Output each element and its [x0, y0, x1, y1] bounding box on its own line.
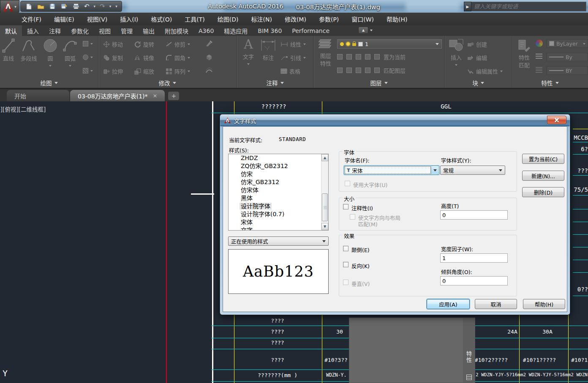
menu-item[interactable]: 插入(I): [114, 13, 144, 25]
redo-icon[interactable]: ↷: [100, 3, 105, 10]
layer-select-combo[interactable]: 1: [337, 39, 442, 49]
new-file-icon[interactable]: [25, 3, 33, 10]
line-button[interactable]: 直线: [0, 38, 17, 62]
oblique-angle-input[interactable]: [440, 276, 508, 285]
scrollbar-thumb[interactable]: [322, 193, 328, 221]
layer-unlock2-icon[interactable]: [365, 68, 370, 73]
font-name-combo[interactable]: T 宋体: [344, 166, 439, 175]
menu-item[interactable]: 格式(O): [144, 13, 178, 25]
ribbon-collapse-control[interactable]: ▲: [358, 27, 373, 34]
save-as-icon[interactable]: [60, 3, 68, 10]
cancel-button[interactable]: 取消: [475, 299, 517, 309]
text-button[interactable]: A 文字: [239, 38, 258, 66]
match-orientation-checkbox[interactable]: [350, 214, 355, 220]
use-big-font-checkbox[interactable]: [345, 181, 350, 186]
insert-block-button[interactable]: 插入: [447, 38, 466, 67]
properties-panel-label[interactable]: 特性: [512, 79, 588, 87]
hatch-button[interactable]: [83, 68, 93, 73]
circle-button[interactable]: 圆: [41, 38, 60, 68]
polyline-button[interactable]: 多段线: [17, 38, 41, 62]
fillet-button[interactable]: 圆角: [166, 54, 190, 62]
lineweight-combo[interactable]: By: [547, 53, 588, 61]
menu-item[interactable]: 标注(N): [245, 13, 278, 25]
apply-button[interactable]: 应用(A): [427, 299, 470, 309]
arc-button[interactable]: 圆弧: [60, 38, 80, 68]
dialog-title-bar[interactable]: A 文字样式: [220, 114, 570, 126]
table-button[interactable]: 表格: [280, 67, 300, 75]
style-list-item[interactable]: 文字: [229, 226, 328, 231]
list-scrollbar[interactable]: ▲ ▼: [321, 154, 328, 230]
ribbon-tab[interactable]: Performance: [287, 25, 335, 36]
mirror-button[interactable]: 镜像: [134, 54, 154, 62]
delete-style-button[interactable]: 删除(D): [522, 187, 564, 197]
ribbon-tab[interactable]: 附加模块: [160, 25, 193, 36]
style-list-item[interactable]: 仿宋体: [229, 186, 328, 194]
application-menu-button[interactable]: A ▾: [0, 0, 19, 14]
width-factor-input[interactable]: [440, 253, 508, 263]
style-list-item[interactable]: 黑体: [229, 194, 328, 202]
scroll-up-button[interactable]: ▲: [321, 154, 328, 161]
palette-title-strip[interactable]: 特性: [463, 318, 475, 383]
layer-lock-icon[interactable]: [365, 54, 370, 60]
offset-button[interactable]: [205, 67, 213, 74]
layers-panel-label[interactable]: 图层: [313, 79, 444, 87]
ribbon-tab[interactable]: 插入: [22, 25, 44, 36]
dimension-button[interactable]: 标注: [259, 38, 278, 61]
copy-button[interactable]: 复制: [103, 54, 123, 62]
layer-match-icon[interactable]: [374, 68, 380, 73]
ribbon-tab[interactable]: BIM 360: [253, 25, 287, 36]
properties-palette[interactable]: 特性: [349, 318, 475, 383]
ribbon-collapse-dropdown-icon[interactable]: [370, 30, 373, 33]
block-panel-label[interactable]: 块: [444, 79, 512, 87]
search-input[interactable]: [471, 2, 586, 11]
style-list-item[interactable]: ZQ仿宋_GB2312: [229, 162, 328, 170]
rotate-button[interactable]: 旋转: [134, 40, 154, 48]
layer-on-all-icon[interactable]: [337, 68, 343, 73]
create-block-button[interactable]: 创建: [467, 40, 487, 48]
menu-item[interactable]: 文件(F): [15, 13, 48, 25]
move-button[interactable]: 移动: [103, 40, 123, 48]
help-button[interactable]: 帮助(H): [523, 299, 565, 309]
start-tab[interactable]: 开始: [7, 90, 69, 101]
viewport-label[interactable]: -][俯视][二维线框]: [0, 105, 46, 113]
layer-freeze-icon[interactable]: [356, 54, 361, 60]
layer-isolate-icon[interactable]: [346, 54, 352, 60]
style-list-item[interactable]: 仿宋: [229, 170, 328, 178]
linear-dimension-button[interactable]: 线性: [280, 40, 306, 48]
scale-button[interactable]: 缩放: [134, 67, 154, 75]
plot-icon[interactable]: [72, 3, 80, 10]
document-tab[interactable]: 03-08万达房地产户表(1)* ×: [70, 90, 165, 101]
style-list-item[interactable]: 宋体: [229, 218, 328, 226]
layer-thaw-all-icon[interactable]: [356, 68, 361, 73]
qat-customize-icon[interactable]: ▾: [115, 4, 117, 8]
ellipse-button[interactable]: [83, 54, 93, 60]
undo-dropdown-icon[interactable]: ▾: [94, 4, 96, 8]
annotate-panel-label[interactable]: 注释: [237, 79, 313, 87]
menu-item[interactable]: 视图(V): [81, 13, 114, 25]
palette-properties-icon[interactable]: [466, 375, 472, 380]
menu-item[interactable]: 工具(T): [178, 13, 211, 25]
style-list-item[interactable]: 仿宋_GB2312: [229, 178, 328, 186]
menu-item[interactable]: 编辑(E): [48, 13, 81, 25]
match-properties-button[interactable]: [205, 40, 213, 47]
match-properties-big-button[interactable]: 特性 匹配: [514, 39, 534, 69]
upside-down-checkbox[interactable]: [343, 246, 348, 251]
object-color-combo[interactable]: ByLayer: [547, 39, 588, 48]
layer-unisolate-icon[interactable]: [346, 68, 352, 73]
ribbon-tab[interactable]: 视图: [94, 25, 116, 36]
layer-off-icon[interactable]: [337, 54, 343, 60]
infocenter-expand-icon[interactable]: ▶: [464, 2, 471, 11]
scroll-down-button[interactable]: ▼: [321, 223, 328, 230]
font-style-combo[interactable]: 常规: [440, 166, 505, 175]
linetype-combo[interactable]: BY: [547, 66, 588, 75]
edit-block-button[interactable]: 编辑: [467, 54, 487, 62]
undo-icon[interactable]: ↶: [84, 3, 90, 10]
close-tab-icon[interactable]: ×: [153, 92, 158, 99]
menu-item[interactable]: 帮助(H): [380, 13, 414, 25]
redo-dropdown-icon[interactable]: ▾: [109, 4, 112, 8]
layer-current-icon[interactable]: [374, 54, 380, 60]
menu-item[interactable]: 窗口(W): [345, 13, 380, 25]
set-current-button[interactable]: 置为当前(C): [522, 154, 564, 164]
ribbon-tab[interactable]: 精选应用: [219, 25, 253, 36]
style-list-item[interactable]: 设计院字体(0.7): [229, 210, 328, 218]
